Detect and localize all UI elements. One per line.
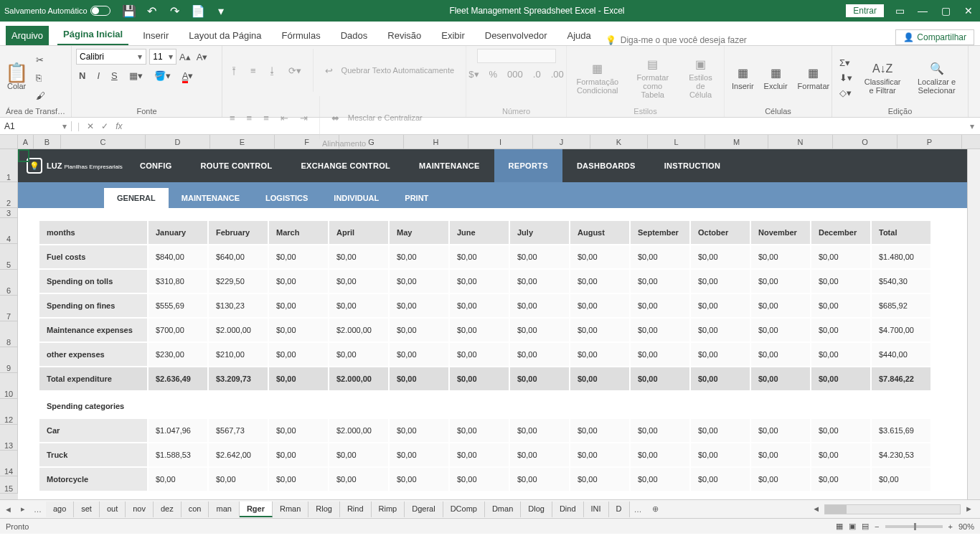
font-name-input[interactable] <box>77 52 134 62</box>
sheet-tab-dind[interactable]: Dind <box>552 501 584 517</box>
nav-dashboards[interactable]: DASHBOARDS <box>562 149 650 182</box>
font-name-select[interactable]: ▾ <box>76 49 146 65</box>
zoom-slider[interactable] <box>885 525 943 528</box>
wrap-text-icon[interactable]: ↩ <box>322 64 336 77</box>
sheet-tab-dgeral[interactable]: Dgeral <box>405 501 443 517</box>
sheet-tab-man[interactable]: man <box>209 501 239 517</box>
increase-decimal-icon[interactable]: .0 <box>530 67 544 81</box>
minimize-icon[interactable]: — <box>915 5 930 17</box>
copy-icon[interactable]: ⎘ <box>33 71 48 85</box>
save-icon[interactable]: 💾 <box>122 4 136 18</box>
col-header-B[interactable]: B <box>34 135 61 149</box>
tab-file[interactable]: Arquivo <box>6 26 49 45</box>
undo-icon[interactable]: ↶ <box>145 4 159 18</box>
scroll-left-icon[interactable]: ◄ <box>808 504 824 514</box>
font-size-input[interactable] <box>150 52 166 62</box>
align-bottom-icon[interactable]: ⭳ <box>265 64 280 77</box>
row-header-7[interactable]: 7 <box>0 296 18 321</box>
tab-home[interactable]: Página Inicial <box>57 24 128 45</box>
indent-increase-icon[interactable]: ⇥ <box>297 111 311 125</box>
tab-layout[interactable]: Layout da Página <box>183 26 267 45</box>
bold-button[interactable]: N <box>76 69 88 83</box>
col-header-J[interactable]: J <box>533 135 590 149</box>
cancel-icon[interactable]: ✕ <box>87 121 94 131</box>
sheet-tab-con[interactable]: con <box>182 501 209 517</box>
row-header-3[interactable]: 3 <box>0 208 18 218</box>
decrease-decimal-icon[interactable]: .00 <box>548 67 567 81</box>
underline-button[interactable]: S <box>108 69 121 83</box>
sheet-tab-set[interactable]: set <box>74 501 100 517</box>
sheet-tab-d[interactable]: D <box>609 501 630 517</box>
subnav-logistics[interactable]: LOGISTICS <box>253 188 321 208</box>
sheet-tab-nov[interactable]: nov <box>126 501 154 517</box>
row-header-8[interactable]: 8 <box>0 321 18 347</box>
row-header-4[interactable]: 4 <box>0 218 18 244</box>
tab-formulas[interactable]: Fórmulas <box>276 26 326 45</box>
shrink-font-icon[interactable]: A▾ <box>194 50 211 64</box>
worksheet[interactable]: 💡 LUZ Planilhas Empresariais CONFIGROUTE… <box>18 149 967 499</box>
scroll-right-icon[interactable]: ► <box>961 504 977 514</box>
sort-filter-button[interactable]: A↓ZClassificar e Filtrar <box>859 60 905 96</box>
row-header-15[interactable]: 15 <box>0 476 18 494</box>
nav-exchange-control[interactable]: EXCHANGE CONTROL <box>286 149 405 182</box>
col-header-M[interactable]: M <box>705 135 768 149</box>
cell-styles-button[interactable]: ▣Estilos de Célula <box>682 56 720 100</box>
subnav-individual[interactable]: INDIVIDUAL <box>321 188 392 208</box>
paste-button[interactable]: 📋 Colar <box>4 65 29 92</box>
fill-icon[interactable]: ⬇▾ <box>837 71 855 85</box>
grow-font-icon[interactable]: A▴ <box>176 50 194 64</box>
view-layout-icon[interactable]: ▣ <box>849 522 856 531</box>
number-format-select[interactable] <box>477 49 556 63</box>
indent-decrease-icon[interactable]: ⇤ <box>278 111 291 125</box>
orientation-icon[interactable]: ⟳▾ <box>286 64 304 77</box>
subnav-print[interactable]: PRINT <box>392 188 441 208</box>
vertical-scrollbar[interactable] <box>967 149 980 499</box>
row-header-13[interactable]: 13 <box>0 425 18 451</box>
expand-formula-bar-icon[interactable]: ▾ <box>970 121 974 131</box>
tab-view[interactable]: Exibir <box>435 26 471 45</box>
add-sheet-icon[interactable]: ⊕ <box>646 504 664 514</box>
maximize-icon[interactable]: ▢ <box>938 5 953 17</box>
chevron-down-icon[interactable]: ▾ <box>166 52 176 62</box>
subnav-maintenance[interactable]: MAINTENANCE <box>169 188 253 208</box>
autosave-toggle[interactable]: Salvamento Automático <box>4 6 110 16</box>
sheet-tab-dman[interactable]: Dman <box>485 501 521 517</box>
sheet-tab-rimp[interactable]: Rimp <box>372 501 405 517</box>
row-header-9[interactable]: 9 <box>0 347 18 373</box>
toggle-icon[interactable] <box>90 6 110 16</box>
sheet-tab-rlog[interactable]: Rlog <box>308 501 340 517</box>
align-left-icon[interactable]: ≡ <box>227 111 238 125</box>
delete-cells-button[interactable]: ▦Excluir <box>761 65 791 92</box>
percent-icon[interactable]: % <box>486 67 501 81</box>
tab-insert[interactable]: Inserir <box>137 26 174 45</box>
enter-icon[interactable]: ✓ <box>101 121 108 131</box>
col-header-O[interactable]: O <box>833 135 897 149</box>
sheet-nav-more-icon[interactable]: … <box>29 505 46 514</box>
nav-config[interactable]: CONFIG <box>126 149 187 182</box>
sheet-nav-ellipsis[interactable]: … <box>630 505 646 514</box>
align-center-icon[interactable]: ≡ <box>244 111 255 125</box>
select-all-corner[interactable] <box>0 135 18 149</box>
zoom-out-icon[interactable]: − <box>875 522 879 531</box>
col-header-D[interactable]: D <box>146 135 210 149</box>
sheet-nav-first-icon[interactable]: ◄ <box>0 505 17 514</box>
view-pagebreak-icon[interactable]: ▤ <box>862 522 869 531</box>
col-header-K[interactable]: K <box>590 135 648 149</box>
ribbon-options-icon[interactable]: ▭ <box>892 5 907 17</box>
chevron-down-icon[interactable]: ▾ <box>134 52 146 62</box>
redo-icon[interactable]: ↷ <box>168 4 182 18</box>
row-header-12[interactable]: 12 <box>0 399 18 425</box>
row-header-1[interactable]: 1 <box>0 149 18 182</box>
font-size-select[interactable]: ▾ <box>149 49 176 65</box>
row-header-5[interactable]: 5 <box>0 244 18 270</box>
chevron-down-icon[interactable]: ▾ <box>62 121 67 131</box>
merge-icon[interactable]: ⬌ <box>329 111 342 125</box>
share-button[interactable]: 👤Compartilhar <box>895 29 974 45</box>
row-header-6[interactable]: 6 <box>0 270 18 296</box>
subnav-general[interactable]: GENERAL <box>104 188 169 208</box>
align-top-icon[interactable]: ⭱ <box>227 64 242 77</box>
zoom-in-icon[interactable]: + <box>948 522 953 531</box>
tab-help[interactable]: Ajuda <box>561 26 596 45</box>
sheet-tab-ago[interactable]: ago <box>46 501 74 517</box>
touch-icon[interactable]: 📄 <box>191 4 205 18</box>
